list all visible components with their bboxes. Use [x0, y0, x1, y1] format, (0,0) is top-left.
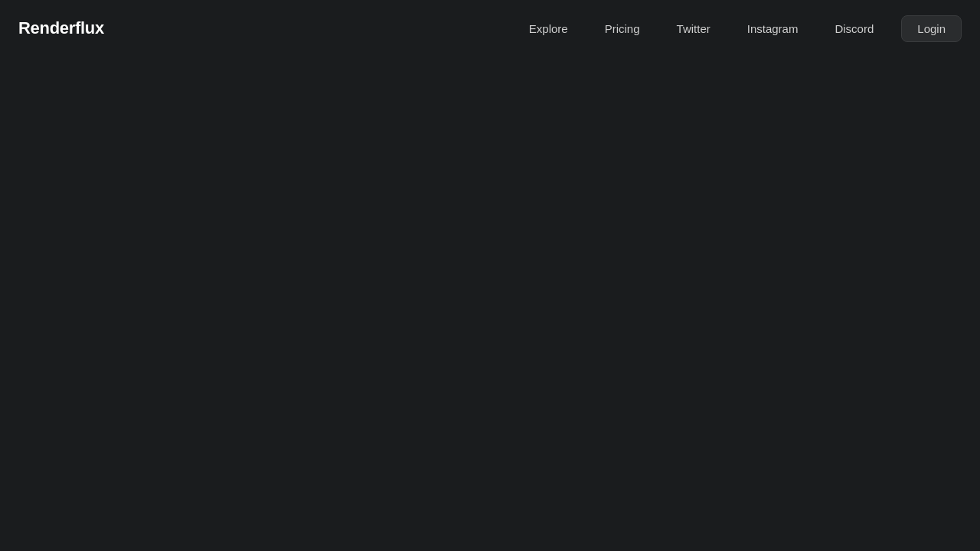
login-button[interactable]: Login — [901, 15, 962, 42]
nav-link-twitter[interactable]: Twitter — [662, 16, 726, 41]
header: Renderflux Explore Pricing Twitter Insta… — [0, 0, 980, 57]
nav-link-instagram[interactable]: Instagram — [732, 16, 814, 41]
main-content — [0, 57, 980, 551]
nav: Explore Pricing Twitter Instagram Discor… — [514, 15, 962, 42]
nav-link-discord[interactable]: Discord — [819, 16, 889, 41]
nav-link-pricing[interactable]: Pricing — [590, 16, 655, 41]
logo[interactable]: Renderflux — [18, 18, 104, 38]
nav-link-explore[interactable]: Explore — [514, 16, 583, 41]
